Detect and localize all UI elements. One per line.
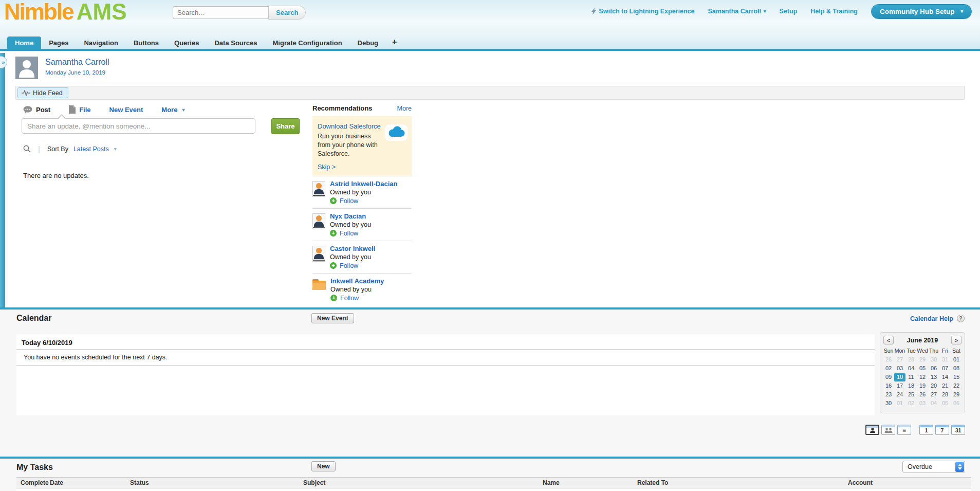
list-view-button[interactable]: ≡ [897,425,911,435]
recommendations-panel: Recommendations More Download Salesforce… [312,104,412,305]
view-button-31[interactable]: 31 [951,425,965,435]
calendar-day[interactable]: 05 [939,399,951,408]
calendar-day[interactable]: 27 [894,356,905,364]
calendar-day[interactable]: 06 [928,365,939,373]
calendar-day[interactable]: 06 [951,399,962,408]
calendar-day[interactable]: 28 [905,356,917,364]
calendar-day[interactable]: 02 [905,399,917,408]
chevron-down-icon: ▾ [182,107,184,113]
calendar-day[interactable]: 01 [951,356,962,364]
calendar-day[interactable]: 07 [939,365,951,373]
calendar-day[interactable]: 25 [905,391,917,399]
calendar-day[interactable]: 30 [928,356,939,364]
hide-feed-button[interactable]: Hide Feed [17,87,68,98]
calendar-day[interactable]: 17 [894,382,905,390]
day-of-week-header: Sat [951,347,962,355]
calendar-day[interactable]: 26 [917,391,928,399]
view-button-7[interactable]: 7 [935,425,949,435]
tasks-table-body: XNot StartedComplete OrderCart 0000002 [16,488,971,491]
follow-link[interactable]: +Follow [330,197,397,205]
previous-month-button[interactable]: < [883,336,894,344]
sort-by-value[interactable]: Latest Posts [73,146,109,153]
single-person-view-button[interactable] [865,425,879,435]
recommendations-title: Recommendations [312,104,372,112]
calendar-day[interactable]: 29 [951,391,962,399]
share-update-input[interactable] [22,118,255,134]
post-action[interactable]: Post [23,106,50,114]
follow-link[interactable]: +Follow [330,230,371,237]
tab-buttons[interactable]: Buttons [126,37,167,49]
calendar-day[interactable]: 24 [894,391,905,399]
new-event-button[interactable]: New Event [311,313,354,323]
calendar-day[interactable]: 08 [951,365,962,373]
user-menu[interactable]: Samantha Carroll ▾ [708,8,766,15]
new-task-button[interactable]: New [311,461,336,471]
calendar-day[interactable]: 12 [917,373,928,381]
calendar-day[interactable]: 18 [905,382,917,390]
tab-migrate-configuration[interactable]: Migrate Configuration [265,37,350,49]
file-action[interactable]: File [69,105,90,114]
calendar-day[interactable]: 02 [883,365,894,373]
calendar-day[interactable]: 09 [883,373,894,381]
calendar-day[interactable]: 27 [928,391,939,399]
profile-name-link[interactable]: Samantha Carroll [45,58,109,67]
calendar-day[interactable]: 04 [928,399,939,408]
recommendations-more-link[interactable]: More [397,105,412,112]
person-icon [870,427,876,433]
day-of-week-header: Fri [939,347,951,355]
switch-to-lightning-link[interactable]: Switch to Lightning Experience [591,8,694,15]
calendar-day[interactable]: 05 [917,365,928,373]
tab-navigation[interactable]: Navigation [76,37,125,49]
setup-link[interactable]: Setup [780,8,798,15]
view-button-1[interactable]: 1 [919,425,933,435]
recommendation-name-link[interactable]: Astrid Inkwell-Dacian [330,180,397,188]
calendar-day[interactable]: 15 [951,373,962,381]
multi-user-view-button[interactable] [881,425,895,435]
sidebar-expand-handle[interactable]: » [0,56,7,68]
next-month-button[interactable]: > [951,336,961,344]
calendar-day[interactable]: 30 [883,399,894,408]
calendar-day[interactable]: 20 [928,382,939,390]
more-actions-menu[interactable]: More ▾ [161,106,184,114]
calendar-day[interactable]: 22 [951,382,962,390]
follow-link[interactable]: +Follow [330,295,384,302]
calendar-day-selected[interactable]: 10 [894,373,905,381]
tab-queries[interactable]: Queries [167,37,207,49]
task-filter-select[interactable]: Overdue [902,461,965,473]
tab-add-plus[interactable]: + [386,35,403,49]
recommendation-name-link[interactable]: Nyx Dacian [330,212,371,220]
share-button[interactable]: Share [271,118,300,134]
search-button[interactable]: Search [268,6,306,20]
magnifier-icon[interactable] [23,145,31,153]
calendar-day[interactable]: 31 [939,356,951,364]
tab-debug[interactable]: Debug [350,37,386,49]
community-hub-setup-button[interactable]: Community Hub Setup ▾ [871,4,972,19]
calendar-day[interactable]: 14 [939,373,951,381]
calendar-day[interactable]: 11 [905,373,917,381]
help-training-link[interactable]: Help & Training [810,8,858,15]
calendar-help-link[interactable]: Calendar Help [910,315,953,322]
calendar-day[interactable]: 28 [939,391,951,399]
calendar-day[interactable]: 26 [883,356,894,364]
calendar-day[interactable]: 19 [917,382,928,390]
calendar-day[interactable]: 04 [905,365,917,373]
new-event-action[interactable]: New Event [109,106,143,114]
calendar-day[interactable]: 13 [928,373,939,381]
recommendation-name-link[interactable]: Castor Inkwell [330,245,375,252]
tab-pages[interactable]: Pages [41,37,76,49]
calendar-day[interactable]: 01 [894,399,905,408]
recommendation-name-link[interactable]: Inkwell Academy [330,277,384,285]
calendar-day[interactable]: 29 [917,356,928,364]
question-icon[interactable]: ? [957,315,965,322]
chevron-down-icon[interactable]: ▾ [114,146,117,152]
calendar-day[interactable]: 16 [883,382,894,390]
follow-link[interactable]: +Follow [330,262,375,269]
tab-data-sources[interactable]: Data Sources [207,37,265,49]
calendar-day[interactable]: 21 [939,382,951,390]
skip-link[interactable]: Skip > [318,163,406,171]
calendar-day[interactable]: 03 [917,399,928,408]
search-input[interactable] [173,6,269,19]
calendar-day[interactable]: 23 [883,391,894,399]
tab-home[interactable]: Home [7,37,41,49]
calendar-day[interactable]: 03 [894,365,905,373]
